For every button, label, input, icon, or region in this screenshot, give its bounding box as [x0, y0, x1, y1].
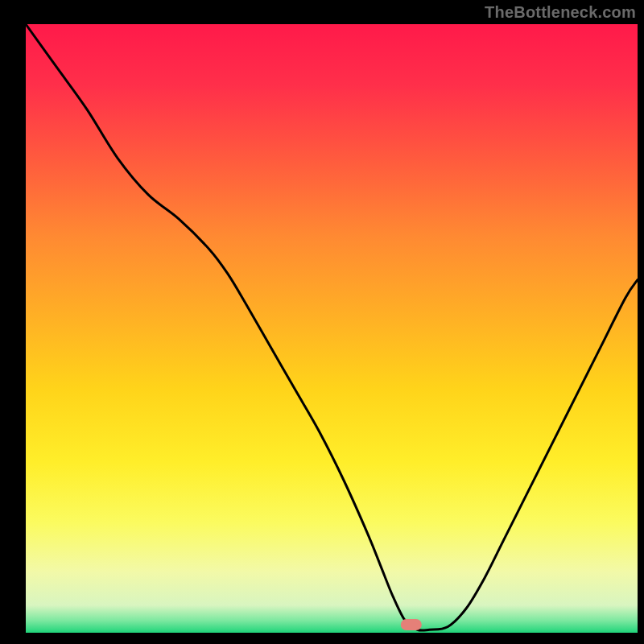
chart-stage: TheBottleneck.com — [0, 0, 644, 644]
bottleneck-chart — [0, 0, 644, 644]
optimal-marker — [401, 619, 422, 630]
watermark-text: TheBottleneck.com — [485, 3, 636, 22]
plot-background — [26, 24, 638, 633]
